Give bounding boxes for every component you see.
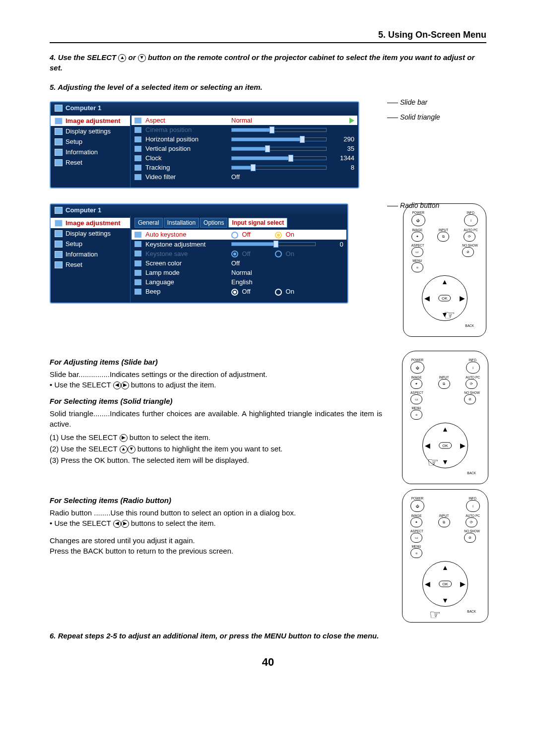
autopc-button[interactable]: ⟳ xyxy=(466,517,477,527)
noshow-button[interactable]: ⊘ xyxy=(464,394,476,404)
menu-row[interactable]: LanguageEnglish xyxy=(134,277,343,287)
autopc-button[interactable]: ⟳ xyxy=(464,232,475,242)
callout-slide-bar: Slide bar xyxy=(387,98,427,106)
sidebar-item[interactable]: Information xyxy=(51,147,130,157)
menu-row[interactable]: Tracking8 xyxy=(134,163,354,172)
ok-button[interactable]: OK xyxy=(438,295,451,302)
tab[interactable]: Input signal select xyxy=(228,218,287,228)
up-icon[interactable]: ▲ xyxy=(441,278,448,286)
right-icon[interactable]: ▶ xyxy=(460,580,466,588)
autopc-button[interactable]: ⟳ xyxy=(466,379,477,389)
row-icon xyxy=(134,174,141,180)
sidebar-item[interactable]: Display settings xyxy=(51,228,130,239)
info-button[interactable]: i xyxy=(466,362,480,374)
osd-side-menu[interactable]: Image adjustmentDisplay settingsSetupInf… xyxy=(51,114,131,188)
tab[interactable]: Options xyxy=(200,218,227,228)
aspect-button[interactable]: ▭ xyxy=(410,533,422,543)
slider[interactable] xyxy=(231,156,327,160)
down-icon[interactable]: ▼ xyxy=(442,596,449,604)
slider[interactable] xyxy=(231,242,316,246)
radio-on[interactable]: On xyxy=(275,288,294,296)
osd-title: Computer 1 xyxy=(51,102,358,114)
sidebar-item[interactable]: Image adjustment xyxy=(51,218,130,228)
aspect-button[interactable]: ▭ xyxy=(411,247,423,257)
power-button[interactable]: ⏻ xyxy=(410,500,424,512)
sidebar-item[interactable]: Display settings xyxy=(51,126,130,136)
subhead-slidebar: For Adjusting items (Slide bar) xyxy=(50,358,382,366)
menu-button[interactable]: ≡ xyxy=(410,548,422,558)
aspect-button[interactable]: ▭ xyxy=(410,394,422,404)
row-icon xyxy=(134,118,141,124)
slider[interactable] xyxy=(231,166,327,170)
image-button[interactable]: ✦ xyxy=(410,517,422,527)
radio-off[interactable]: Off xyxy=(231,250,271,258)
right-icon[interactable]: ▶ xyxy=(460,441,466,449)
slider[interactable] xyxy=(231,137,327,141)
section-header: 5. Using On-Screen Menu xyxy=(50,30,486,43)
menu-row[interactable]: Screen colorOff xyxy=(134,258,343,268)
up-icon[interactable]: ▲ xyxy=(442,425,449,433)
menu-row[interactable]: Beep Off On xyxy=(134,287,343,297)
radio-off[interactable]: Off xyxy=(231,231,271,239)
left-icon[interactable]: ◀ xyxy=(425,580,430,588)
noshow-button[interactable]: ⊘ xyxy=(464,533,476,543)
menu-row[interactable]: Keystone adjustment0 xyxy=(134,240,343,249)
radio-on[interactable]: On xyxy=(275,250,294,258)
input-button[interactable]: ⧉ xyxy=(438,379,450,389)
left-icon: ◀ xyxy=(113,520,121,528)
up-icon[interactable]: ▲ xyxy=(442,564,449,571)
row-icon xyxy=(134,270,141,276)
slider[interactable] xyxy=(231,128,327,132)
input-button[interactable]: ⧉ xyxy=(437,232,449,242)
left-icon[interactable]: ◀ xyxy=(424,294,430,302)
remote-illustration: POWER⏻INFO.iIMAGE✦INPUT⧉AUTO PC⟳ASPECT▭N… xyxy=(403,203,486,337)
info-button[interactable]: i xyxy=(466,500,480,512)
image-button[interactable]: ✦ xyxy=(411,232,423,242)
radio-line: • Use the SELECT ◀▶ buttons to select th… xyxy=(50,518,382,528)
sidebar-item[interactable]: Image adjustment xyxy=(51,116,130,126)
menu-row[interactable]: Lamp modeNormal xyxy=(134,268,343,277)
row-icon xyxy=(134,289,141,295)
ok-button[interactable]: OK xyxy=(439,581,452,587)
dpad[interactable]: ▲▼◀▶OK xyxy=(422,561,468,607)
menu-icon xyxy=(55,230,63,237)
sidebar-item[interactable]: Setup xyxy=(51,136,130,147)
sidebar-item[interactable]: Reset xyxy=(51,259,130,270)
tab[interactable]: Installation xyxy=(164,218,199,228)
down-icon[interactable]: ▼ xyxy=(442,458,449,466)
power-button[interactable]: ⏻ xyxy=(410,362,424,374)
sidebar-item[interactable]: Reset xyxy=(51,157,130,168)
slider[interactable] xyxy=(231,147,327,151)
step-6: 6. Repeat steps 2-5 to adjust an additio… xyxy=(50,630,486,641)
sidebar-item[interactable]: Setup xyxy=(51,239,130,249)
tabs[interactable]: GeneralInstallationOptionsInput signal s… xyxy=(134,218,343,228)
menu-row[interactable]: Auto keystone Off On xyxy=(132,230,346,240)
row-icon xyxy=(134,232,141,238)
image-button[interactable]: ✦ xyxy=(410,379,422,389)
ok-button[interactable]: OK xyxy=(439,442,452,449)
menu-row[interactable]: Horizontal position290 xyxy=(134,134,354,144)
tab[interactable]: General xyxy=(134,218,163,228)
menu-icon xyxy=(55,251,63,258)
input-button[interactable]: ⧉ xyxy=(438,517,450,527)
menu-icon xyxy=(55,159,63,166)
osd-side-menu[interactable]: Image adjustmentDisplay settingsSetupInf… xyxy=(51,216,131,303)
noshow-button[interactable]: ⊘ xyxy=(462,247,474,257)
menu-icon xyxy=(55,261,63,268)
radio-on[interactable]: On xyxy=(275,231,294,239)
menu-row[interactable]: Video filterOff xyxy=(134,172,354,182)
menu-button[interactable]: ≡ xyxy=(411,262,423,272)
sidebar-item[interactable]: Information xyxy=(51,249,130,259)
up-icon: ▲ xyxy=(120,445,128,453)
menu-button[interactable]: ≡ xyxy=(410,410,422,420)
info-button[interactable]: i xyxy=(464,214,478,226)
left-icon[interactable]: ◀ xyxy=(425,441,430,449)
menu-row[interactable]: Clock1344 xyxy=(134,153,354,163)
right-icon[interactable]: ▶ xyxy=(460,294,465,302)
power-button[interactable]: ⏻ xyxy=(411,214,425,226)
menu-row[interactable]: Vertical position35 xyxy=(134,144,354,153)
menu-icon xyxy=(55,220,63,227)
menu-row[interactable]: AspectNormal xyxy=(132,116,357,125)
radio-off[interactable]: Off xyxy=(231,288,271,296)
right-icon: ▶ xyxy=(121,520,129,528)
